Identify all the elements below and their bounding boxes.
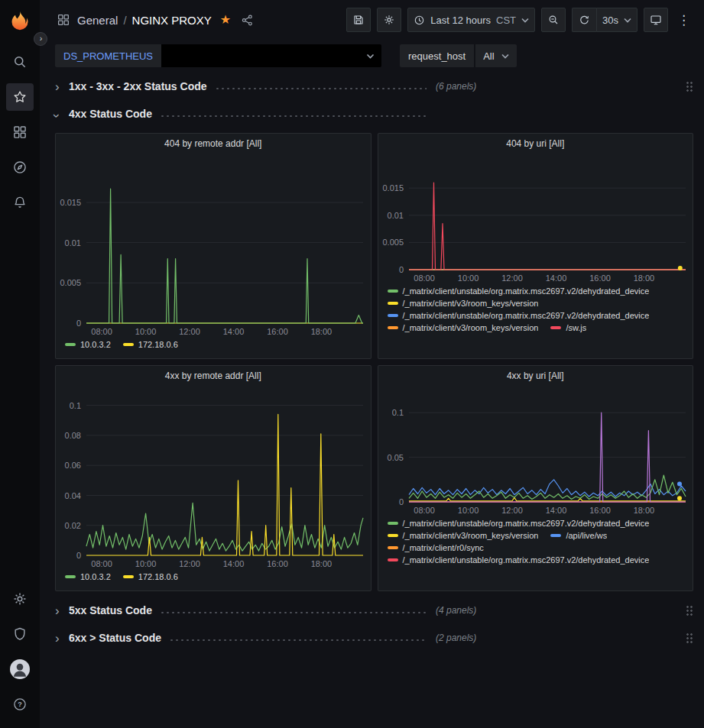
chart-canvas[interactable]: 00.0050.010.01508:0010:0012:0014:0016:00… xyxy=(378,154,693,285)
legend-swatch xyxy=(388,522,398,525)
refresh-button[interactable] xyxy=(572,8,596,32)
legend-swatch xyxy=(388,546,398,549)
help-icon[interactable]: ? xyxy=(6,691,34,718)
svg-text:0: 0 xyxy=(398,497,403,506)
row-4xx[interactable]: › 4xx Status Code xyxy=(55,104,693,124)
breadcrumb-section[interactable]: General xyxy=(77,14,118,27)
refresh-control: 30s xyxy=(572,8,637,32)
panel-title[interactable]: 4xx by remote addr [All] xyxy=(56,366,371,386)
share-icon[interactable] xyxy=(241,14,254,27)
legend-item[interactable]: /_matrix/client/unstable/org.matrix.msc2… xyxy=(388,519,650,528)
legend-item[interactable]: 172.18.0.6 xyxy=(123,340,178,349)
chart-canvas[interactable]: 00.0050.010.01508:0010:0012:0014:0016:00… xyxy=(56,154,371,338)
legend-item[interactable]: /sw.js xyxy=(550,323,586,332)
legend-item[interactable]: 10.0.3.2 xyxy=(65,340,111,349)
explore-compass-icon[interactable] xyxy=(6,154,34,181)
top-navbar: General / NGINX PROXY ★ Last 12 hours CS… xyxy=(40,0,704,40)
legend-item[interactable]: /_matrix/client/v3/room_keys/version xyxy=(388,323,539,332)
request-host-select[interactable]: All xyxy=(475,44,516,67)
legend-swatch xyxy=(65,343,76,346)
legend-item[interactable]: /_matrix/client/unstable/org.matrix.msc2… xyxy=(388,555,650,565)
row-drag-handle[interactable] xyxy=(686,605,693,616)
expand-menu-button[interactable]: › xyxy=(34,32,47,46)
chart-legend: 10.0.3.2172.18.0.6 xyxy=(56,571,371,590)
legend-swatch xyxy=(65,575,76,578)
chevron-right-icon: › xyxy=(55,80,69,93)
chart-canvas[interactable]: 00.020.040.060.080.108:0010:0012:0014:00… xyxy=(56,386,371,571)
legend-label: /api/live/ws xyxy=(566,531,607,540)
row-6xx[interactable]: › 6xx > Status Code (2 panels) xyxy=(55,628,693,648)
svg-text:0.01: 0.01 xyxy=(65,238,81,248)
variable-request-host: request_host All xyxy=(400,44,517,67)
row-drag-handle[interactable] xyxy=(686,81,693,92)
legend-item[interactable]: /_matrix/client/r0/sync xyxy=(388,543,484,552)
svg-text:0.04: 0.04 xyxy=(65,491,81,500)
time-range-label: Last 12 hours xyxy=(430,15,491,26)
save-dashboard-button[interactable] xyxy=(346,8,371,32)
admin-shield-icon[interactable] xyxy=(6,620,34,648)
legend-item[interactable]: 10.0.3.2 xyxy=(65,572,111,581)
chart-svg: 00.0050.010.01508:0010:0012:0014:0016:00… xyxy=(56,154,371,338)
datasource-select[interactable] xyxy=(161,44,381,67)
row-drag-handle[interactable] xyxy=(686,633,693,644)
request-host-value: All xyxy=(483,50,494,62)
svg-text:0.015: 0.015 xyxy=(60,198,81,207)
legend-swatch xyxy=(388,302,398,305)
cycle-view-monitor-button[interactable] xyxy=(644,8,668,32)
legend-item[interactable]: /_matrix/client/unstable/org.matrix.msc2… xyxy=(388,286,650,296)
caret-down-icon xyxy=(501,53,509,59)
starred-dashboards-icon[interactable] xyxy=(6,83,34,111)
legend-label: /sw.js xyxy=(566,323,586,332)
legend-swatch xyxy=(388,290,398,293)
dotted-leader xyxy=(160,115,427,118)
more-options-kebab[interactable]: ⋮ xyxy=(674,14,693,27)
legend-swatch xyxy=(388,558,398,561)
zoom-out-time-button[interactable] xyxy=(541,8,566,32)
dashboard-canvas: › 1xx - 3xx - 2xx Status Code (6 panels)… xyxy=(40,72,704,728)
legend-item[interactable]: /api/live/ws xyxy=(550,531,607,540)
legend-item[interactable]: 172.18.0.6 xyxy=(123,572,178,581)
svg-text:0.005: 0.005 xyxy=(60,278,81,287)
dashboard-variables-bar: DS_PROMETHEUS request_host All xyxy=(40,40,704,72)
row-5xx[interactable]: › 5xx Status Code (4 panels) xyxy=(55,600,693,620)
svg-text:0: 0 xyxy=(76,319,81,328)
user-avatar[interactable] xyxy=(6,655,34,683)
legend-item[interactable]: /_matrix/client/v3/room_keys/version xyxy=(388,299,539,308)
panel-title-text: 4xx by remote addr [All] xyxy=(165,370,261,381)
chart-canvas[interactable]: 00.050.108:0010:0012:0014:0016:0018:00 xyxy=(378,386,693,517)
search-icon[interactable] xyxy=(6,48,34,76)
svg-text:12:00: 12:00 xyxy=(179,327,200,336)
variable-label-datasource[interactable]: DS_PROMETHEUS xyxy=(55,44,161,67)
grafana-logo[interactable] xyxy=(8,9,31,32)
dashboard-settings-button[interactable] xyxy=(377,8,401,32)
dashboards-icon[interactable] xyxy=(6,118,34,146)
panel-title[interactable]: 404 by remote addr [All] xyxy=(56,134,371,154)
caret-down-icon xyxy=(521,18,529,23)
svg-text:10:00: 10:00 xyxy=(457,273,479,283)
variable-label-request-host[interactable]: request_host xyxy=(400,44,474,67)
svg-text:08:00: 08:00 xyxy=(91,559,112,568)
breadcrumb-separator: / xyxy=(123,14,126,27)
svg-text:16:00: 16:00 xyxy=(267,327,288,336)
legend-item[interactable]: /_matrix/client/v3/room_keys/version xyxy=(388,531,539,540)
panel-title[interactable]: 404 by uri [All] xyxy=(378,134,693,154)
alerting-bell-icon[interactable] xyxy=(6,189,34,216)
panel-404-by-remote-addr: 404 by remote addr [All] 00.0050.010.015… xyxy=(55,133,371,359)
dotted-leader xyxy=(215,87,427,90)
settings-gear-icon[interactable] xyxy=(6,585,34,613)
chart-svg: 00.020.040.060.080.108:0010:0012:0014:00… xyxy=(56,386,371,571)
caret-down-icon xyxy=(624,18,631,23)
legend-label: 10.0.3.2 xyxy=(80,340,111,349)
chevron-right-icon: › xyxy=(55,632,69,645)
svg-text:14:00: 14:00 xyxy=(545,273,566,283)
row-1xx-3xx-2xx[interactable]: › 1xx - 3xx - 2xx Status Code (6 panels) xyxy=(55,76,693,96)
refresh-interval-dropdown[interactable]: 30s xyxy=(596,8,637,32)
panel-4xx-by-uri: 4xx by uri [All] 00.050.108:0010:0012:00… xyxy=(378,365,694,591)
legend-swatch xyxy=(388,314,398,317)
panel-title[interactable]: 4xx by uri [All] xyxy=(378,366,693,386)
time-range-picker[interactable]: Last 12 hours CST xyxy=(407,8,535,32)
favorite-star-icon[interactable]: ★ xyxy=(220,14,231,26)
legend-item[interactable]: /_matrix/client/unstable/org.matrix.msc2… xyxy=(388,311,650,320)
breadcrumb-title[interactable]: NGINX PROXY xyxy=(132,14,212,27)
legend-label: /_matrix/client/unstable/org.matrix.msc2… xyxy=(403,519,650,528)
